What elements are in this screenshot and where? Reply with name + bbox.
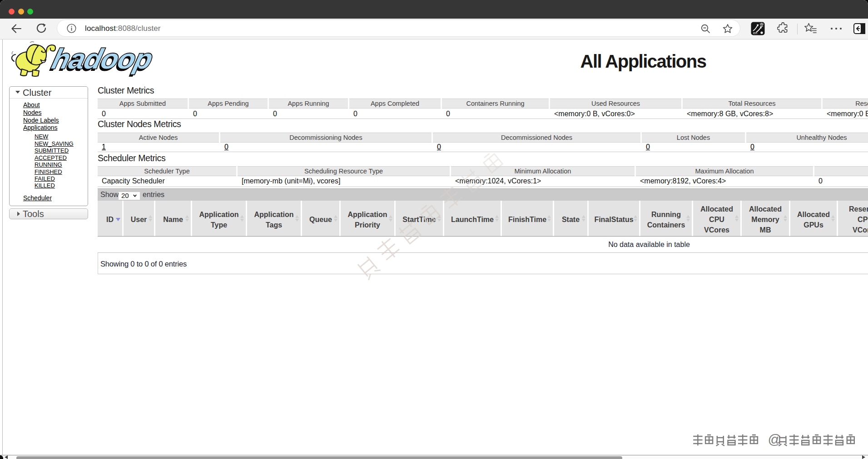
svg-text:hadoop: hadoop	[49, 43, 155, 74]
svg-text:en: en	[753, 31, 757, 35]
